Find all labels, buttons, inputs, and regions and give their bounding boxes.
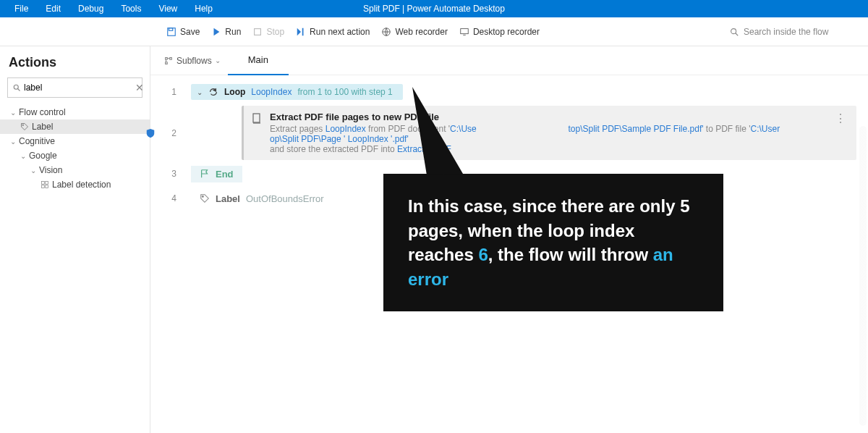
menu-tools[interactable]: Tools <box>112 4 150 14</box>
search-icon <box>729 27 739 37</box>
svg-marker-20 <box>412 87 463 175</box>
stop-icon <box>252 27 263 37</box>
web-recorder-label: Web recorder <box>395 27 447 37</box>
svg-line-11 <box>18 89 20 91</box>
actions-search-input[interactable] <box>21 83 135 93</box>
search-icon <box>12 83 21 92</box>
save-label: Save <box>180 27 200 37</box>
svg-rect-13 <box>42 182 45 185</box>
menu-view[interactable]: View <box>150 4 186 14</box>
end-action[interactable]: End <box>191 166 242 182</box>
svg-rect-16 <box>46 185 48 188</box>
save-icon <box>166 27 176 37</box>
run-next-label: Run next action <box>310 27 370 37</box>
menu-edit[interactable]: Edit <box>37 4 69 14</box>
window-title: Split PDF | Power Automate Desktop <box>363 4 505 14</box>
loop-action[interactable]: ⌄ Loop LoopIndex from 1 to 100 with step… <box>191 84 403 100</box>
tag-icon <box>200 193 210 203</box>
flow-row-1[interactable]: 1 ⌄ Loop LoopIndex from 1 to 100 with st… <box>150 81 856 103</box>
svg-point-12 <box>22 125 24 126</box>
svg-marker-2 <box>214 28 220 35</box>
menu-debug[interactable]: Debug <box>69 4 112 14</box>
desktop-recorder-button[interactable]: Desktop recorder <box>454 27 545 37</box>
svg-point-19 <box>203 196 204 198</box>
play-icon <box>211 27 221 37</box>
globe-icon <box>381 27 391 37</box>
shield-icon <box>145 128 156 138</box>
svg-point-8 <box>731 28 736 33</box>
tree-label-action[interactable]: Label <box>0 119 150 134</box>
loop-var: LoopIndex <box>251 87 292 97</box>
menubar: File Edit Debug Tools View Help Split PD… <box>0 0 868 17</box>
menu-file[interactable]: File <box>6 4 37 14</box>
annotation-callout: In this case, since there are only 5 pag… <box>383 174 723 311</box>
step-icon <box>296 27 306 37</box>
run-button[interactable]: Run <box>205 27 247 37</box>
tree-label-detection[interactable]: Label detection <box>0 177 150 192</box>
line-number: 4 <box>150 193 191 203</box>
line-number: 3 <box>150 169 191 179</box>
stop-button[interactable]: Stop <box>247 27 290 37</box>
callout-box: In this case, since there are only 5 pag… <box>383 174 723 311</box>
tree-cognitive[interactable]: ⌄Cognitive <box>0 134 150 148</box>
tree-google[interactable]: ⌄Google <box>0 148 150 163</box>
run-next-button[interactable]: Run next action <box>290 27 375 37</box>
scrollbar[interactable] <box>859 126 867 426</box>
svg-rect-15 <box>42 185 45 188</box>
actions-sidebar: Actions ✕ ⌄Flow control Label ⌄Cognitive… <box>0 46 150 433</box>
svg-rect-7 <box>461 28 469 33</box>
tree-flow-control[interactable]: ⌄Flow control <box>0 105 150 119</box>
monitor-icon <box>459 27 469 37</box>
grid-icon <box>41 180 49 189</box>
svg-marker-4 <box>297 28 301 35</box>
flow-search[interactable]: Search inside the flow <box>729 27 859 37</box>
tree-vision[interactable]: ⌄Vision <box>0 163 150 177</box>
flow-icon <box>163 56 174 66</box>
svg-rect-18 <box>253 114 260 122</box>
tab-main[interactable]: Main <box>228 46 289 75</box>
actions-search[interactable]: ✕ <box>7 77 142 98</box>
run-label: Run <box>225 27 241 37</box>
line-number: 2 <box>171 128 176 138</box>
stop-label: Stop <box>266 27 284 37</box>
svg-rect-14 <box>46 182 48 185</box>
web-recorder-button[interactable]: Web recorder <box>375 27 453 37</box>
svg-rect-5 <box>302 28 304 35</box>
flag-icon <box>200 169 210 179</box>
flow-row-2[interactable]: 2 Extract PDF file pages to new PDF file… <box>150 106 856 160</box>
tag-icon <box>20 122 29 131</box>
clear-search-icon[interactable]: ✕ <box>135 82 144 93</box>
toolbar: Save Run Stop Run next action Web record… <box>0 17 868 46</box>
actions-tree: ⌄Flow control Label ⌄Cognitive ⌄Google ⌄… <box>0 105 150 192</box>
extract-pdf-action[interactable]: Extract PDF file pages to new PDF file E… <box>242 106 856 160</box>
collapse-icon[interactable]: ⌄ <box>197 88 203 96</box>
action-name: Loop <box>224 87 245 97</box>
pdf-icon <box>251 113 263 125</box>
flow-search-placeholder: Search inside the flow <box>744 27 828 37</box>
sidebar-title: Actions <box>0 52 150 77</box>
more-icon[interactable]: ⋮ <box>832 112 849 125</box>
svg-point-10 <box>14 85 18 89</box>
action-title: Extract PDF file pages to new PDF file <box>270 112 825 122</box>
loop-range: from 1 to 100 with step 1 <box>297 87 392 97</box>
label-name: Label <box>216 193 240 204</box>
subflows-button[interactable]: Subflows ⌄ <box>156 56 228 66</box>
chevron-down-icon: ⌄ <box>215 56 221 64</box>
label-value: OutOfBoundsError <box>246 193 324 204</box>
menu-help[interactable]: Help <box>186 4 221 14</box>
desktop-recorder-label: Desktop recorder <box>473 27 540 37</box>
svg-rect-3 <box>255 28 261 35</box>
save-button[interactable]: Save <box>161 27 205 37</box>
end-label: End <box>216 169 234 180</box>
svg-line-9 <box>736 33 739 35</box>
line-number: 1 <box>150 87 191 97</box>
svg-rect-1 <box>169 28 173 30</box>
action-description: Extract pages LoopIndex from PDF documen… <box>270 124 825 154</box>
callout-arrow-icon <box>405 87 492 181</box>
subflow-bar: Subflows ⌄ Main <box>150 46 868 75</box>
label-action[interactable]: Label OutOfBoundsError <box>191 190 333 207</box>
loop-icon <box>208 87 218 97</box>
